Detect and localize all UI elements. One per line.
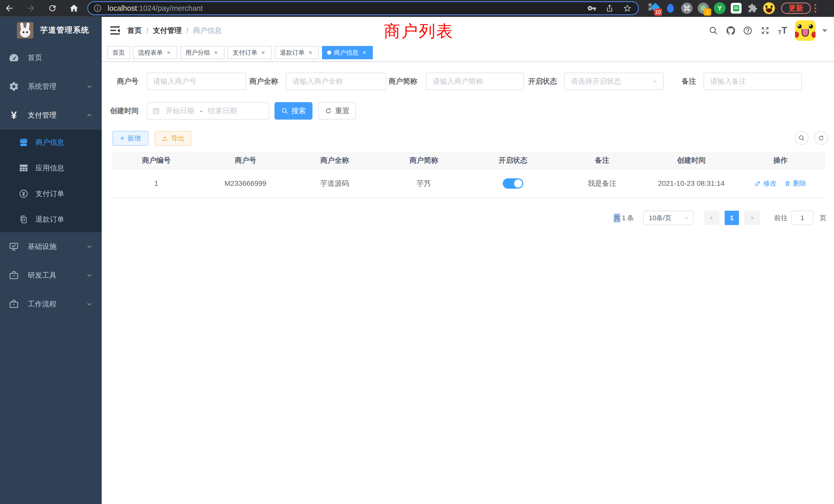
- tab-process-form[interactable]: 流程表单 ×: [133, 46, 177, 59]
- sidebar-item-app-info[interactable]: 应用信息: [0, 155, 102, 181]
- prev-page-button[interactable]: [704, 211, 720, 225]
- end-date-placeholder[interactable]: 结束日期: [208, 106, 237, 116]
- browser-reload-icon[interactable]: [47, 3, 58, 14]
- sidebar-item-refund-order[interactable]: 退款订单: [0, 207, 102, 232]
- sidebar-item-system[interactable]: 系统管理: [0, 72, 102, 101]
- cell-remark: 我是备注: [557, 179, 646, 188]
- address-bar[interactable]: localhost:1024/pay/merchant: [87, 1, 639, 15]
- app-logo-row[interactable]: 芋道管理系统: [0, 17, 102, 43]
- filter-label-create-time: 创建时间: [110, 102, 139, 120]
- toggle-search-button[interactable]: [795, 131, 809, 145]
- close-icon[interactable]: ×: [166, 49, 172, 56]
- tags-view-bar: 首页 流程表单 × 用户分组 × 支付订单 × 退款订单 × 商户信息 ×: [102, 44, 834, 62]
- tab-user-group[interactable]: 用户分组 ×: [180, 46, 224, 59]
- extension-y-icon[interactable]: Y: [714, 2, 726, 14]
- next-page-button[interactable]: [744, 211, 760, 225]
- tab-refund-order[interactable]: 退款订单 ×: [275, 46, 319, 59]
- github-icon[interactable]: [726, 25, 736, 36]
- browser-home-icon[interactable]: [68, 3, 80, 14]
- sidebar-item-pay-order[interactable]: 支付订单: [0, 181, 102, 207]
- page-size-select[interactable]: 10条/页: [643, 211, 694, 225]
- font-size-icon[interactable]: TT: [777, 25, 788, 36]
- goto-page-input[interactable]: [791, 211, 813, 225]
- goto-label: 前往: [774, 211, 788, 225]
- sidebar-item-label: 支付订单: [36, 189, 64, 199]
- add-button[interactable]: + 新增: [112, 131, 148, 146]
- remark-input[interactable]: [704, 73, 802, 90]
- close-icon[interactable]: ×: [260, 49, 266, 56]
- sidebar-item-merchant-info[interactable]: 商户信息: [0, 130, 102, 155]
- page-number-1[interactable]: 1: [725, 211, 739, 225]
- merchant-short-input[interactable]: [426, 73, 524, 90]
- extension-icon-2[interactable]: 1: [697, 2, 709, 14]
- sidebar-item-workflow[interactable]: 工作流程: [0, 290, 102, 318]
- password-key-icon[interactable]: [587, 4, 596, 13]
- browser-forward-icon[interactable]: [25, 3, 37, 14]
- cell-status: [468, 178, 557, 189]
- tab-pay-order[interactable]: 支付订单 ×: [227, 46, 272, 59]
- sidebar-item-label: 基础设施: [28, 242, 57, 251]
- sidebar-item-devtools[interactable]: 研发工具: [0, 261, 102, 290]
- status-toggle[interactable]: [503, 178, 523, 189]
- chrome-update-button[interactable]: 更新: [781, 3, 811, 14]
- page-size-value: 10条/页: [649, 213, 672, 223]
- total-suffix: 条: [627, 213, 634, 223]
- edit-link[interactable]: 修改: [754, 179, 776, 188]
- filter-label-merchant-short: 商户简称: [389, 73, 417, 90]
- merchant-no-input[interactable]: [147, 73, 246, 90]
- site-info-icon[interactable]: [93, 4, 102, 13]
- tab-label: 流程表单: [138, 48, 163, 57]
- annotation-merchant-list: 商户列表: [384, 20, 454, 42]
- extension-notes-icon[interactable]: [730, 2, 742, 14]
- extension-pin-icon[interactable]: [664, 2, 676, 14]
- search-button[interactable]: 搜索: [275, 102, 312, 120]
- tab-merchant-info[interactable]: 商户信息 ×: [322, 46, 373, 59]
- browser-back-icon[interactable]: [4, 3, 15, 14]
- chevron-down-icon: [86, 243, 93, 250]
- briefcase-icon: [8, 270, 20, 281]
- refresh-list-button[interactable]: [814, 131, 828, 145]
- fullscreen-icon[interactable]: [760, 25, 770, 36]
- chrome-menu-icon[interactable]: [814, 4, 816, 13]
- status-select[interactable]: 请选择开启状态: [564, 73, 664, 90]
- delete-link[interactable]: 删除: [784, 179, 806, 188]
- url-text[interactable]: localhost:1024/pay/merchant: [108, 4, 587, 13]
- share-icon[interactable]: [605, 4, 614, 13]
- sidebar: 芋道管理系统 首页 系统管理 ¥ 支付管理: [0, 17, 102, 504]
- close-icon[interactable]: ×: [307, 49, 314, 56]
- merchant-name-input[interactable]: [286, 73, 386, 90]
- reset-button-label: 重置: [335, 106, 349, 116]
- table-row: 1 M233666999 芋道源码 芋艿 我是备注 2021-10-23 08:…: [112, 169, 825, 198]
- sidebar-fold-icon[interactable]: [109, 25, 121, 36]
- browser-toolbar: localhost:1024/pay/merchant 10: [0, 0, 834, 17]
- breadcrumb-home[interactable]: 首页: [127, 26, 142, 36]
- tab-home[interactable]: 首页: [107, 46, 130, 59]
- page-suffix: 页: [820, 211, 826, 225]
- help-icon[interactable]: [743, 25, 753, 36]
- sidebar-item-infra[interactable]: 基础设施: [0, 232, 102, 261]
- sidebar-item-label: 首页: [28, 53, 42, 63]
- sidebar-item-pay[interactable]: ¥ 支付管理: [0, 101, 102, 130]
- extension-command-icon[interactable]: [681, 2, 693, 14]
- create-time-range-picker[interactable]: 开始日期 - 结束日期: [147, 102, 269, 120]
- active-tab-dot: [327, 50, 331, 55]
- close-icon[interactable]: ×: [361, 49, 368, 56]
- profile-emoji-icon[interactable]: [763, 2, 775, 14]
- user-avatar[interactable]: [795, 20, 815, 41]
- avatar-caret-icon[interactable]: [822, 29, 827, 35]
- export-button[interactable]: 导出: [155, 131, 191, 146]
- header-search-icon[interactable]: [708, 25, 719, 36]
- yen-icon: ¥: [8, 110, 20, 120]
- sidebar-item-label: 研发工具: [28, 271, 57, 280]
- extension-icon-1[interactable]: 10: [648, 2, 660, 14]
- cell-create-time: 2021-10-23 08:31:14: [647, 179, 736, 188]
- breadcrumb-section[interactable]: 支付管理: [153, 26, 182, 36]
- store-icon: [18, 137, 29, 147]
- reset-button[interactable]: 重置: [319, 102, 356, 120]
- bookmark-star-icon[interactable]: [623, 4, 632, 13]
- sidebar-item-home[interactable]: 首页: [0, 43, 102, 72]
- start-date-placeholder[interactable]: 开始日期: [166, 106, 194, 116]
- extensions-puzzle-icon[interactable]: [747, 2, 759, 14]
- close-icon[interactable]: ×: [213, 49, 219, 56]
- sidebar-item-label: 系统管理: [28, 82, 57, 91]
